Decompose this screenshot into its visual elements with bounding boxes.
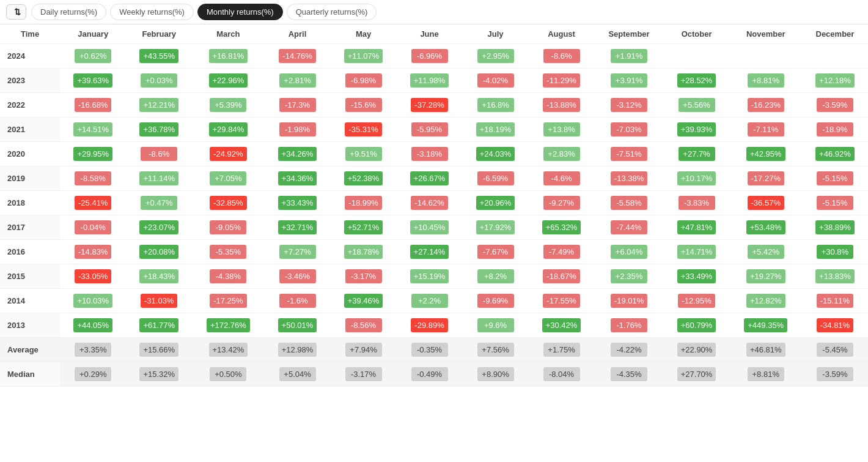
summary-cell: +13.42% xyxy=(192,338,264,362)
data-cell: +28.52% xyxy=(664,69,730,93)
data-cell: +10.17% xyxy=(664,166,730,191)
col-header: Time xyxy=(0,24,60,44)
table-row: 2014+10.03%-31.03%-17.25%-1.6%+39.46%+2.… xyxy=(0,289,868,313)
data-cell: +12.21% xyxy=(126,93,192,117)
year-cell: 2014 xyxy=(0,289,60,313)
data-cell: +16.81% xyxy=(192,44,264,69)
data-cell: -32.85% xyxy=(192,191,264,215)
data-cell: -3.18% xyxy=(397,142,463,166)
data-cell: +18.19% xyxy=(463,117,529,142)
data-cell: +29.95% xyxy=(60,142,126,166)
data-cell: -14.83% xyxy=(60,240,126,264)
data-cell: -1.6% xyxy=(265,289,331,313)
data-cell: +20.96% xyxy=(463,191,529,215)
col-header: July xyxy=(463,24,529,44)
data-cell: +65.32% xyxy=(529,215,595,240)
data-cell: +47.81% xyxy=(664,215,730,240)
year-cell: 2022 xyxy=(0,93,60,117)
data-cell: +11.07% xyxy=(331,44,397,69)
data-cell: +13.83% xyxy=(802,264,868,289)
data-cell: +6.04% xyxy=(595,240,664,264)
data-cell: +24.03% xyxy=(463,142,529,166)
data-cell: +60.79% xyxy=(664,313,730,338)
year-cell: 2020 xyxy=(0,142,60,166)
data-cell: +34.36% xyxy=(265,166,331,191)
data-cell: -7.44% xyxy=(595,215,664,240)
data-cell: +0.47% xyxy=(126,191,192,215)
data-cell: +9.6% xyxy=(463,313,529,338)
data-cell: +9.51% xyxy=(331,142,397,166)
returns-table: TimeJanuaryFebruaryMarchAprilMayJuneJuly… xyxy=(0,24,868,387)
data-cell: -7.11% xyxy=(730,117,802,142)
table-row: 2022-16.68%+12.21%+5.39%-17.3%-15.6%-37.… xyxy=(0,93,868,117)
data-cell: +32.71% xyxy=(265,215,331,240)
data-cell: -1.76% xyxy=(595,313,664,338)
col-header: April xyxy=(265,24,331,44)
tab-btn[interactable]: Weekly returns(%) xyxy=(110,4,194,20)
avg-row-row: Average+3.35%+15.66%+13.42%+12.98%+7.94%… xyxy=(0,338,868,362)
data-cell: -9.69% xyxy=(463,289,529,313)
year-cell: 2013 xyxy=(0,313,60,338)
data-cell: +36.78% xyxy=(126,117,192,142)
summary-cell: +3.35% xyxy=(60,338,126,362)
data-cell: +38.89% xyxy=(802,215,868,240)
table-row: 2020+29.95%-8.6%-24.92%+34.26%+9.51%-3.1… xyxy=(0,142,868,166)
data-cell: +23.07% xyxy=(126,215,192,240)
data-cell: -3.17% xyxy=(331,264,397,289)
data-cell: +3.91% xyxy=(595,69,664,93)
data-cell: -0.04% xyxy=(60,215,126,240)
tab-btn[interactable]: Daily returns(%) xyxy=(31,4,106,20)
data-cell: -6.59% xyxy=(463,166,529,191)
data-cell: +27.14% xyxy=(397,240,463,264)
tab-btn[interactable]: Quarterly returns(%) xyxy=(287,4,377,20)
data-cell: -1.98% xyxy=(265,117,331,142)
asset-selector[interactable]: ⇅ xyxy=(6,4,26,20)
data-cell: +44.05% xyxy=(60,313,126,338)
data-cell: +5.42% xyxy=(730,240,802,264)
data-cell: +61.77% xyxy=(126,313,192,338)
data-cell: -3.59% xyxy=(802,93,868,117)
table-row: 2016-14.83%+20.08%-5.35%+7.27%+18.78%+27… xyxy=(0,240,868,264)
year-cell: 2018 xyxy=(0,191,60,215)
col-header: October xyxy=(664,24,730,44)
data-cell: -15.6% xyxy=(331,93,397,117)
data-cell: +29.84% xyxy=(192,117,264,142)
year-cell: 2023 xyxy=(0,69,60,93)
data-cell: -31.03% xyxy=(126,289,192,313)
data-cell: -3.12% xyxy=(595,93,664,117)
data-cell: +42.95% xyxy=(730,142,802,166)
col-header: December xyxy=(802,24,868,44)
data-cell: +7.05% xyxy=(192,166,264,191)
data-cell: -4.38% xyxy=(192,264,264,289)
data-cell: -9.05% xyxy=(192,215,264,240)
summary-cell: +12.98% xyxy=(265,338,331,362)
data-cell xyxy=(730,44,802,69)
data-cell: +12.82% xyxy=(730,289,802,313)
data-cell: +33.43% xyxy=(265,191,331,215)
year-cell: 2015 xyxy=(0,264,60,289)
summary-cell: -3.59% xyxy=(802,362,868,387)
summary-cell: -5.45% xyxy=(802,338,868,362)
data-cell: -17.55% xyxy=(529,289,595,313)
data-cell: +15.19% xyxy=(397,264,463,289)
data-cell: +39.63% xyxy=(60,69,126,93)
data-cell: +0.03% xyxy=(126,69,192,93)
data-cell: +10.45% xyxy=(397,215,463,240)
tab-btn[interactable]: Monthly returns(%) xyxy=(197,4,283,20)
data-cell: -3.46% xyxy=(265,264,331,289)
summary-cell: +0.50% xyxy=(192,362,264,387)
summary-cell: -0.49% xyxy=(397,362,463,387)
data-cell: -9.27% xyxy=(529,191,595,215)
data-cell: -7.67% xyxy=(463,240,529,264)
data-cell: -5.35% xyxy=(192,240,264,264)
summary-cell: +8.90% xyxy=(463,362,529,387)
sort-icon: ⇅ xyxy=(14,7,21,17)
data-cell: -34.81% xyxy=(802,313,868,338)
data-cell: +39.93% xyxy=(664,117,730,142)
table-row: 2015-33.05%+18.43%-4.38%-3.46%-3.17%+15.… xyxy=(0,264,868,289)
data-cell: -15.11% xyxy=(802,289,868,313)
data-cell: +30.8% xyxy=(802,240,868,264)
data-cell: +5.56% xyxy=(664,93,730,117)
data-cell: +12.18% xyxy=(802,69,868,93)
year-cell: 2021 xyxy=(0,117,60,142)
